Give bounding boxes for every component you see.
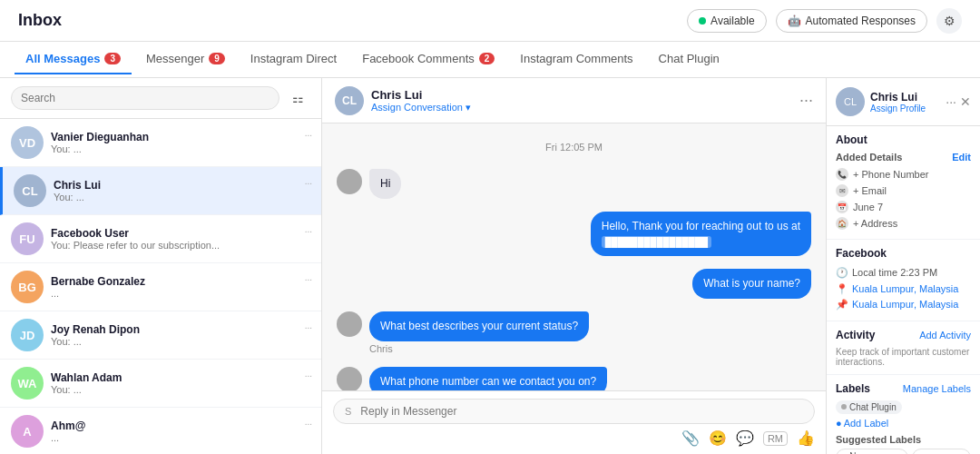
available-button[interactable]: Available: [687, 9, 766, 33]
tab-instagram-direct[interactable]: Instagram Direct: [240, 44, 348, 74]
emoji-icon[interactable]: 😊: [709, 429, 727, 447]
labels-title: Labels: [836, 382, 870, 395]
edit-button[interactable]: Edit: [952, 152, 971, 163]
list-item[interactable]: CL Chris Lui You: ... ...: [0, 167, 321, 215]
conv-preview: You: ...: [54, 192, 310, 202]
from-row: 📌 Kuala Lumpur, Malaysia: [836, 297, 971, 313]
message-row: What phone number can we contact you on?…: [337, 367, 811, 390]
chat-user-name: Chris Lui: [371, 88, 471, 102]
rp-avatar: CL: [836, 87, 865, 116]
tab-chat-plugin-label: Chat Plugin: [659, 52, 720, 65]
chat-area: CL Chris Lui Assign Conversation ▾ ··· F…: [322, 78, 826, 454]
rm-button[interactable]: RM: [763, 431, 788, 446]
facebook-info: 🕐 Local time 2:23 PM 📍 Kuala Lumpur, Mal…: [836, 265, 971, 313]
conv-info: Facebook User You: Please refer to our s…: [51, 227, 310, 251]
address-row[interactable]: 🏠 + Address: [836, 215, 971, 232]
tab-instagram-direct-label: Instagram Direct: [250, 52, 337, 65]
message-row: What is your name?: [337, 269, 811, 299]
date-row[interactable]: 📅 June 7: [836, 199, 971, 215]
tab-facebook-comments[interactable]: Facebook Comments 2: [351, 44, 505, 74]
phone-row[interactable]: 📞 + Phone Number: [836, 166, 971, 183]
chat-menu-button[interactable]: ···: [799, 91, 813, 110]
msg-content: What best describes your current status?…: [369, 311, 589, 354]
conv-preview: ...: [51, 288, 310, 299]
rp-user-status[interactable]: Assign Profile: [870, 104, 926, 114]
conversation-sidebar: ⚏ VD Vanier Dieguanhan You: ... ... CL C…: [0, 78, 322, 454]
gear-icon: ⚙: [944, 14, 956, 28]
list-item[interactable]: BG Bernabe Gonzalez ... ...: [0, 263, 321, 311]
list-item[interactable]: FU Facebook User You: Please refer to ou…: [0, 215, 321, 263]
reply-user-initial: S: [345, 406, 351, 417]
msg-content: Hi: [369, 169, 401, 199]
conv-info: Wahlan Adam You: ...: [51, 371, 310, 395]
conv-info: Joy Renah Dipon You: ...: [51, 323, 310, 347]
conv-preview: You: ...: [51, 336, 310, 347]
gif-icon[interactable]: 💬: [736, 429, 754, 447]
label-tag-chat-plugin: Chat Plugin: [836, 400, 902, 414]
automated-responses-button[interactable]: 🤖 Automated Responses: [776, 9, 927, 33]
msg-avatar: [337, 367, 362, 390]
facebook-section-header: Facebook: [836, 247, 971, 260]
suggested-tag-important[interactable]: Important: [912, 449, 971, 454]
manage-labels-button[interactable]: Manage Labels: [903, 383, 971, 394]
more-options-button[interactable]: ···: [946, 94, 956, 109]
attachment-icon[interactable]: 📎: [681, 429, 700, 447]
activity-title: Activity: [836, 329, 875, 341]
email-row[interactable]: ✉ + Email: [836, 183, 971, 199]
main-content: ⚏ VD Vanier Dieguanhan You: ... ... CL C…: [0, 78, 980, 454]
list-item[interactable]: WA Wahlan Adam You: ... ...: [0, 360, 321, 408]
lives-in-link[interactable]: Kuala Lumpur, Malaysia: [852, 281, 958, 298]
tab-bar: All Messages 3 Messenger 9 Instagram Dir…: [0, 42, 980, 78]
search-input[interactable]: [11, 86, 279, 110]
tab-messenger-label: Messenger: [146, 52, 204, 65]
msg-sender: Chris: [369, 343, 589, 354]
calendar-icon: 📅: [836, 201, 848, 213]
list-item[interactable]: JD Joy Renah Dipon You: ... ...: [0, 311, 321, 360]
add-activity-button[interactable]: Add Activity: [919, 330, 971, 340]
tab-chat-plugin[interactable]: Chat Plugin: [648, 44, 730, 74]
right-panel: CL Chris Lui Assign Profile ··· ✕ About …: [826, 78, 980, 454]
lives-icon: 📍: [836, 281, 848, 298]
tab-instagram-comments[interactable]: Instagram Comments: [509, 44, 643, 74]
settings-button[interactable]: ⚙: [936, 8, 962, 34]
conv-time: ...: [305, 176, 312, 186]
avatar: CL: [14, 174, 46, 207]
tab-all-messages-badge: 3: [104, 53, 121, 64]
msg-content: Hello, Thank you for reaching out to us …: [591, 212, 811, 257]
chat-user-info: CL Chris Lui Assign Conversation ▾: [335, 86, 471, 115]
conv-name: Bernabe Gonzalez: [51, 275, 310, 288]
conv-name: Vanier Dieguanhan: [51, 131, 310, 143]
suggested-tag-new-customer[interactable]: New Customer: [836, 449, 908, 454]
chat-user-sub[interactable]: Assign Conversation ▾: [371, 102, 471, 114]
filter-icon[interactable]: ⚏: [285, 85, 310, 111]
list-item[interactable]: VD Vanier Dieguanhan You: ... ...: [0, 119, 321, 167]
tab-all-messages-label: All Messages: [25, 52, 100, 65]
chat-input-row: S: [333, 399, 815, 424]
add-label-button[interactable]: ● Add Label: [836, 418, 971, 429]
from-link[interactable]: Kuala Lumpur, Malaysia: [852, 297, 958, 313]
labels-section-header: Labels Manage Labels: [836, 382, 971, 395]
avatar: WA: [11, 367, 44, 400]
msg-content: What phone number can we contact you on?…: [369, 367, 607, 390]
conv-name: Joy Renah Dipon: [51, 323, 310, 336]
date-label: June 7: [853, 202, 883, 212]
chat-input[interactable]: [360, 405, 803, 418]
close-button[interactable]: ✕: [960, 94, 971, 109]
tab-all-messages[interactable]: All Messages 3: [15, 44, 132, 74]
local-time-row: 🕐 Local time 2:23 PM: [836, 265, 971, 281]
tab-messenger[interactable]: Messenger 9: [135, 44, 236, 74]
about-title: About: [836, 133, 867, 146]
avatar: BG: [11, 271, 44, 303]
conv-time: ...: [305, 128, 312, 138]
plus-icon: ●: [836, 418, 842, 429]
thumbsup-icon[interactable]: 👍: [797, 429, 815, 447]
about-section: About Added Details Edit 📞 + Phone Numbe…: [827, 126, 980, 240]
labels-list: Chat Plugin: [836, 400, 971, 414]
list-item[interactable]: A Ahm@ ... ...: [0, 408, 321, 454]
facebook-section: Facebook 🕐 Local time 2:23 PM 📍 Kuala Lu…: [827, 240, 980, 321]
conv-preview: You: ...: [51, 384, 310, 395]
address-label: + Address: [853, 218, 897, 229]
local-time: Local time 2:23 PM: [852, 265, 937, 281]
available-label: Available: [710, 15, 754, 27]
conversation-list: VD Vanier Dieguanhan You: ... ... CL Chr…: [0, 119, 321, 454]
